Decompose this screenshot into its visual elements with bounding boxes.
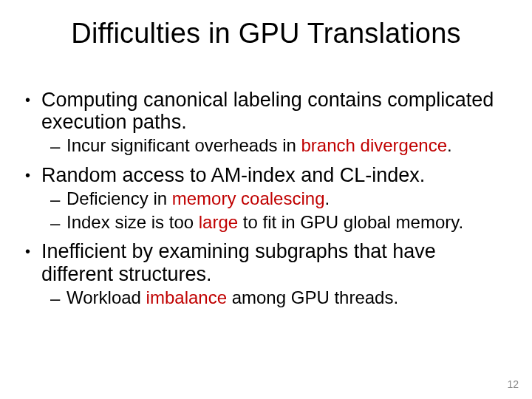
bullet-dot-icon: • — [25, 164, 41, 184]
bullet-1-sub-1-text: Incur significant overheads in branch di… — [66, 136, 452, 156]
bullet-1-text: Computing canonical labeling contains co… — [41, 89, 507, 133]
highlight-large: large — [199, 212, 238, 232]
highlight-imbalance: imbalance — [146, 287, 227, 307]
slide: Difficulties in GPU Translations • Compu… — [0, 0, 532, 399]
bullet-2-sub-2-text: Index size is too large to fit in GPU gl… — [66, 213, 463, 233]
dash-icon: – — [50, 136, 66, 157]
dash-icon: – — [50, 288, 66, 309]
bullet-2-sub-2: – Index size is too large to fit in GPU … — [50, 213, 507, 233]
bullet-dot-icon: • — [25, 240, 41, 260]
dash-icon: – — [50, 213, 66, 233]
bullet-2-sub-1-text: Deficiency in memory coalescing. — [66, 189, 330, 209]
bullet-1-sub-1: – Incur significant overheads in branch … — [50, 136, 507, 157]
highlight-branch-divergence: branch divergence — [301, 135, 447, 155]
bullet-3-sub-1-text: Workload imbalance among GPU threads. — [66, 288, 398, 308]
bullet-3: • Inefficient by examining subgraphs tha… — [25, 240, 507, 284]
bullet-3-text: Inefficient by examining subgraphs that … — [41, 240, 507, 284]
page-number: 12 — [507, 378, 519, 390]
dash-icon: – — [50, 189, 66, 210]
bullet-2: • Random access to AM-index and CL-index… — [25, 164, 507, 186]
bullet-2-text: Random access to AM-index and CL-index. — [41, 164, 425, 186]
bullet-dot-icon: • — [25, 89, 41, 109]
slide-body: • Computing canonical labeling contains … — [25, 81, 507, 309]
highlight-memory-coalescing: memory coalescing — [172, 188, 325, 208]
bullet-1: • Computing canonical labeling contains … — [25, 89, 507, 133]
bullet-2-sub-1: – Deficiency in memory coalescing. — [50, 189, 507, 210]
slide-title: Difficulties in GPU Translations — [0, 18, 532, 50]
bullet-3-sub-1: – Workload imbalance among GPU threads. — [50, 288, 507, 309]
